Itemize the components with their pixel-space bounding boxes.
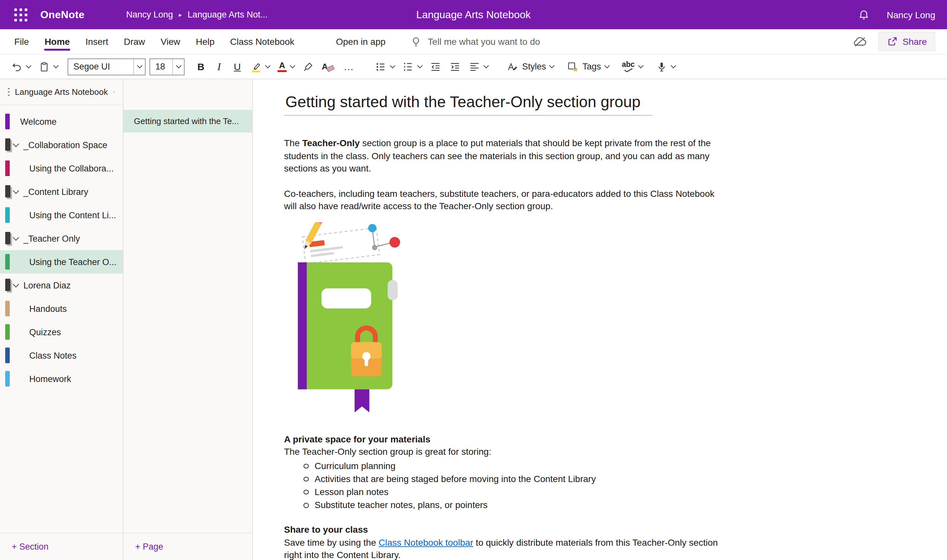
decrease-indent-icon [430, 61, 442, 72]
bullet-item[interactable]: Substitute teacher notes, plans, or poin… [314, 498, 718, 511]
breadcrumb-user[interactable]: Nancy Long [126, 10, 173, 20]
sections-sidebar: Language Arts Notebook Welcome _Collabor… [0, 79, 123, 560]
chevron-down-icon [549, 63, 555, 69]
sidebar-item-handouts[interactable]: Handouts [0, 297, 123, 320]
page-list: Getting started with the Te... [123, 79, 252, 533]
section-heading[interactable]: Share to your class [284, 524, 718, 537]
chevron-down-icon [53, 63, 59, 69]
sync-status-icon[interactable] [852, 36, 867, 47]
chevron-down-icon [484, 63, 489, 69]
chevron-down-icon [172, 59, 184, 74]
app-brand[interactable]: OneNote [40, 9, 85, 20]
open-in-app-button[interactable]: Open in app [328, 29, 394, 54]
share-button[interactable]: Share [878, 32, 935, 51]
app-header: OneNote Nancy Long ▸ Language Arts Not..… [0, 0, 947, 29]
sidebar-item-welcome[interactable]: Welcome [0, 110, 123, 133]
chevron-down-icon [604, 63, 610, 69]
menu-draw[interactable]: Draw [116, 29, 153, 54]
bold-button[interactable]: B [192, 58, 209, 75]
sidebar-item-using-the-collaboration-space[interactable]: Using the Collabora... [0, 157, 123, 180]
sidebar-item-using-the-teacher-only[interactable]: Using the Teacher O... [0, 250, 123, 274]
sidebar-item-homework[interactable]: Homework [0, 367, 123, 391]
paragraph[interactable]: The Teacher-Only section group is great … [284, 446, 718, 458]
undo-button[interactable] [8, 58, 34, 75]
breadcrumb-notebook[interactable]: Language Arts Not... [188, 10, 268, 20]
section-color-tab [5, 160, 10, 176]
share-icon [886, 36, 898, 48]
sidebar-group-collaboration-space[interactable]: _Collaboration Space [0, 133, 123, 157]
bullet-item[interactable]: Curriculum planning [314, 459, 718, 472]
more-formatting-button[interactable]: … [338, 58, 360, 75]
menu-view[interactable]: View [153, 29, 188, 54]
align-left-icon [469, 61, 480, 72]
numbered-list-button[interactable] [399, 58, 425, 75]
font-color-button[interactable]: A [274, 58, 298, 75]
notifications-bell-icon[interactable] [858, 9, 870, 20]
sidebar-group-content-library[interactable]: _Content Library [0, 180, 123, 203]
section-color-tab [5, 254, 10, 269]
chevron-down-icon [265, 63, 271, 69]
chevron-down-icon [670, 63, 676, 69]
spelling-button[interactable]: abc [619, 58, 646, 75]
highlighter-icon [250, 61, 262, 72]
menu-help[interactable]: Help [188, 29, 223, 54]
alignment-button[interactable] [466, 58, 492, 75]
page-title[interactable]: Getting started with the Teacher-Only se… [284, 92, 652, 115]
hamburger-menu-icon[interactable] [8, 88, 10, 96]
add-page-button[interactable]: + Page [123, 533, 252, 560]
underline-button[interactable]: U [229, 58, 246, 75]
sidebar-item-using-the-content-library[interactable]: Using the Content Li... [0, 203, 123, 227]
styles-button[interactable]: Styles [504, 58, 557, 75]
italic-button[interactable]: I [211, 58, 228, 75]
menu-home[interactable]: Home [37, 29, 78, 54]
numbered-list-icon [403, 61, 414, 72]
bullet-item[interactable]: Lesson plan notes [314, 485, 718, 498]
font-size-select[interactable]: 18 [149, 58, 185, 75]
search-icon[interactable] [113, 86, 115, 98]
class-notebook-toolbar-link[interactable]: Class Notebook toolbar [379, 537, 473, 548]
page-list-item[interactable]: Getting started with the Te... [123, 110, 252, 132]
account-name[interactable]: Nancy Long [887, 9, 935, 20]
dictate-button[interactable] [652, 58, 678, 75]
section-group-tab [5, 279, 11, 291]
decrease-indent-button[interactable] [427, 58, 445, 75]
section-group-tab [5, 232, 11, 244]
sidebar-group-lorena-diaz[interactable]: Lorena Diaz [0, 274, 123, 297]
font-name-select[interactable]: Segoe UI [68, 58, 146, 75]
main-area: Language Arts Notebook Welcome _Collabor… [0, 79, 947, 560]
section-heading[interactable]: A private space for your materials [284, 433, 718, 446]
menu-file[interactable]: File [6, 29, 37, 54]
format-painter-button[interactable] [299, 58, 317, 75]
notebook-lock-illustration [284, 222, 406, 419]
highlighter-button[interactable] [247, 58, 273, 75]
section-list: Welcome _Collaboration Space Using the C… [0, 105, 123, 533]
clipboard-icon [38, 61, 50, 72]
paragraph[interactable]: Co-teachers, including team teachers, su… [284, 188, 718, 213]
sidebar-item-class-notes[interactable]: Class Notes [0, 344, 123, 367]
sidebar-header: Language Arts Notebook [0, 79, 123, 105]
clear-formatting-button[interactable]: A [319, 59, 336, 74]
menu-insert[interactable]: Insert [78, 29, 116, 54]
formatting-toolbar: Segoe UI 18 B I U A A … [0, 55, 947, 79]
app-launcher-icon[interactable] [12, 6, 30, 24]
sidebar-item-quizzes[interactable]: Quizzes [0, 320, 123, 344]
bullet-item[interactable]: Activities that are being staged before … [314, 472, 718, 485]
page-content: The Teacher-Only section group is a plac… [284, 137, 718, 560]
sidebar-group-teacher-only[interactable]: _Teacher Only [0, 227, 123, 250]
add-section-button[interactable]: + Section [0, 533, 123, 560]
lightbulb-icon [410, 36, 422, 48]
paste-button[interactable] [35, 58, 61, 75]
tags-button[interactable]: Tags [564, 58, 612, 75]
chevron-down-icon [390, 63, 396, 69]
increase-indent-icon [450, 61, 461, 72]
paragraph[interactable]: Save time by using the Class Notebook to… [284, 537, 718, 560]
menu-class-notebook[interactable]: Class Notebook [222, 29, 302, 54]
bullet-list-button[interactable] [372, 58, 398, 75]
tell-me-search[interactable]: Tell me what you want to do [410, 36, 540, 48]
section-color-tab [5, 114, 10, 129]
section-color-tab [5, 324, 10, 340]
ellipsis-icon: … [341, 61, 357, 72]
paragraph[interactable]: The Teacher-Only section group is a plac… [284, 137, 718, 175]
page-editor[interactable]: Getting started with the Teacher-Only se… [253, 79, 947, 560]
increase-indent-button[interactable] [446, 58, 464, 75]
